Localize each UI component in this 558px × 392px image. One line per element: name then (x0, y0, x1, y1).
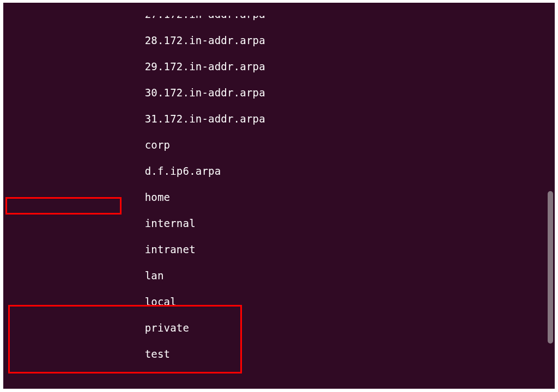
terminal-window: 27.172.in-addr.arpa 28.172.in-addr.arpa … (0, 0, 558, 392)
domain-text: test (145, 348, 171, 360)
domain-entry: 30.172.in-addr.arpa (8, 86, 555, 99)
domain-entry: local (8, 295, 555, 308)
domain-text: intranet (145, 243, 196, 255)
domain-text: lan (145, 270, 164, 281)
domain-text: internal (145, 217, 196, 229)
domain-entry: 31.172.in-addr.arpa (8, 112, 555, 125)
domain-text: 30.172.in-addr.arpa (145, 87, 265, 99)
domain-entry: internal (8, 217, 555, 230)
domain-entry: home (8, 191, 555, 204)
domain-entry: 28.172.in-addr.arpa (8, 34, 555, 47)
domain-text: local (145, 296, 177, 308)
domain-entry: intranet (8, 243, 555, 256)
domain-text: private (145, 322, 189, 334)
domain-entry: test (8, 347, 555, 360)
terminal-viewport[interactable]: 27.172.in-addr.arpa 28.172.in-addr.arpa … (3, 3, 555, 389)
domain-entry: private (8, 321, 555, 334)
domain-text: 31.172.in-addr.arpa (145, 113, 265, 125)
terminal-content: 27.172.in-addr.arpa 28.172.in-addr.arpa … (3, 3, 555, 389)
domain-text: 29.172.in-addr.arpa (145, 60, 265, 72)
domain-entry: lan (8, 269, 555, 282)
scrollbar-thumb[interactable] (548, 191, 553, 344)
domain-text: d.f.ip6.arpa (145, 165, 221, 177)
domain-text: home (145, 191, 171, 203)
domain-text: corp (145, 139, 171, 151)
domain-entry-partial: 27.172.in-addr.arpa (8, 16, 555, 21)
domain-entry: d.f.ip6.arpa (8, 164, 555, 177)
blank-line (8, 373, 555, 387)
scrollbar-track[interactable] (547, 6, 553, 385)
domain-text: 28.172.in-addr.arpa (145, 34, 265, 46)
domain-entry: corp (8, 138, 555, 151)
domain-entry: 29.172.in-addr.arpa (8, 60, 555, 73)
